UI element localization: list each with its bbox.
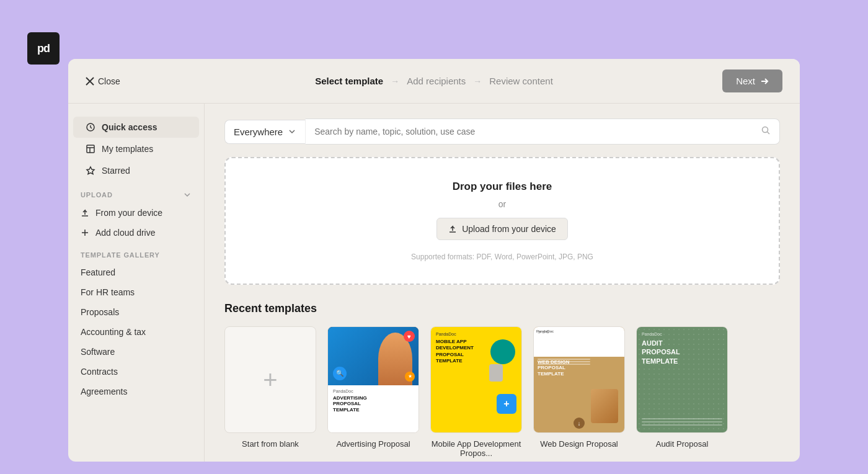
step-recipients: Add recipients	[407, 76, 466, 86]
gallery-agreements-label: Agreements	[81, 387, 127, 396]
my-templates-label: My templates	[102, 144, 153, 154]
web-text-lines	[538, 359, 590, 366]
starred-label: Starred	[102, 166, 130, 176]
add-cloud-label: Add cloud drive	[95, 228, 156, 238]
web-line-1	[538, 359, 590, 360]
sidebar-gallery-featured[interactable]: Featured	[68, 262, 204, 282]
audit-logo: PandaDoc	[642, 332, 722, 336]
gallery-accounting-label: Accounting & tax	[81, 327, 146, 337]
logo-text: pd	[37, 42, 50, 55]
gallery-contracts-label: Contracts	[81, 367, 118, 377]
mob-rect-gray	[489, 364, 503, 382]
sidebar-gallery-hr[interactable]: For HR teams	[68, 282, 204, 302]
template-card-advertising[interactable]: 🔍 ♥ ★ PandaDoc ADVERTISINGPROPOSALTEMPLA…	[327, 326, 419, 458]
location-dropdown[interactable]: Everywhere	[224, 120, 305, 144]
next-arrow-icon	[760, 77, 769, 86]
mob-rect-blue: +	[497, 394, 516, 414]
audit-card: PandaDoc AUDITPROPOSALTEMPLATE	[637, 327, 727, 432]
audit-line-1	[642, 418, 722, 419]
mob-circle	[490, 339, 515, 364]
sidebar-from-device[interactable]: From your device	[68, 203, 204, 223]
sidebar-gallery-software[interactable]: Software	[68, 342, 204, 362]
app-logo: pd	[27, 32, 60, 65]
close-label: Close	[98, 76, 120, 86]
templates-grid: + Start from blank 🔍 ♥ ★	[224, 326, 780, 458]
next-label: Next	[736, 76, 755, 86]
upload-icon	[81, 208, 89, 217]
mob-logo: PandaDoc	[436, 332, 516, 336]
sidebar-gallery-accounting[interactable]: Accounting & tax	[68, 322, 204, 342]
drop-zone-title: Drop your files here	[238, 181, 766, 193]
quick-access-label: Quick access	[102, 122, 157, 132]
web-top-bar: PandaDoc	[534, 327, 624, 357]
sidebar-gallery-proposals[interactable]: Proposals	[68, 302, 204, 322]
arrow-1: →	[391, 76, 399, 86]
sidebar-item-starred[interactable]: Starred	[73, 160, 199, 181]
next-button[interactable]: Next	[722, 69, 782, 92]
search-input[interactable]	[314, 127, 761, 136]
step-select: Select template	[315, 76, 383, 86]
web-line-2	[538, 361, 590, 362]
upload-button[interactable]: Upload from your device	[436, 218, 568, 240]
template-thumb-advertising: 🔍 ♥ ★ PandaDoc ADVERTISINGPROPOSALTEMPLA…	[327, 326, 419, 433]
svg-marker-7	[87, 167, 94, 174]
close-button[interactable]: Close	[86, 76, 120, 86]
sidebar-gallery-contracts[interactable]: Contracts	[68, 362, 204, 382]
upload-btn-label: Upload from your device	[462, 224, 556, 234]
sidebar-item-quick-access[interactable]: Quick access	[73, 117, 199, 138]
adv-logo: PandaDoc	[333, 389, 414, 393]
audit-line-3	[642, 424, 722, 426]
search-button[interactable]	[761, 125, 771, 138]
plus-icon-blank: +	[263, 366, 277, 394]
search-icon	[761, 125, 771, 135]
template-label-blank: Start from blank	[242, 439, 299, 449]
gallery-software-label: Software	[81, 347, 115, 357]
drop-zone[interactable]: Drop your files here or Upload from your…	[224, 157, 780, 285]
adv-card: 🔍 ♥ ★ PandaDoc ADVERTISINGPROPOSALTEMPLA…	[328, 327, 418, 432]
svg-point-11	[763, 127, 768, 133]
adv-star-icon: ★	[405, 372, 415, 382]
template-thumb-audit: PandaDoc AUDITPROPOSALTEMPLATE	[636, 326, 728, 433]
arrow-2: →	[473, 76, 482, 86]
template-card-mobile[interactable]: PandaDoc Mobile AppDevelopmentProposalTe…	[430, 326, 522, 458]
sidebar-add-cloud[interactable]: Add cloud drive	[68, 223, 204, 243]
adv-bottom: PandaDoc ADVERTISINGPROPOSALTEMPLATE	[328, 385, 418, 417]
template-card-audit[interactable]: PandaDoc AUDITPROPOSALTEMPLATE Audit Pro…	[636, 326, 728, 458]
template-card-webdesign[interactable]: PandaDoc WEB DESIGNPROPOSALTEMPLATE	[533, 326, 625, 458]
audit-line-2	[642, 421, 722, 423]
template-thumb-blank: +	[224, 326, 316, 433]
adv-heart-icon: ♥	[404, 331, 415, 342]
steps-nav: Select template → Add recipients → Revie…	[315, 76, 553, 86]
mob-card: PandaDoc Mobile AppDevelopmentProposalTe…	[431, 327, 521, 432]
template-label-advertising: Advertising Proposal	[336, 439, 410, 449]
chevron-down-icon	[183, 190, 192, 199]
gallery-section-label: TEMPLATE GALLERY	[68, 243, 204, 262]
main-panel: Close Select template → Add recipients →…	[68, 59, 800, 462]
search-input-wrap	[305, 118, 780, 145]
sidebar-item-my-templates[interactable]: My templates	[73, 138, 199, 159]
star-icon	[86, 166, 95, 176]
adv-title: ADVERTISINGPROPOSALTEMPLATE	[333, 395, 414, 413]
upload-section-label: UPLOAD	[68, 182, 204, 203]
web-logo: PandaDoc	[536, 329, 554, 333]
sidebar-gallery-agreements[interactable]: Agreements	[68, 382, 204, 401]
plus-icon	[81, 228, 89, 237]
from-device-label: From your device	[95, 208, 162, 218]
audit-title: AUDITPROPOSALTEMPLATE	[642, 339, 722, 365]
body: Quick access My templates Starred	[68, 104, 800, 462]
sidebar: Quick access My templates Starred	[68, 104, 205, 462]
upload-btn-icon	[448, 225, 457, 233]
template-label-audit: Audit Proposal	[656, 439, 709, 449]
drop-zone-formats: Supported formats: PDF, Word, PowerPoint…	[238, 253, 766, 261]
template-card-blank[interactable]: + Start from blank	[224, 326, 316, 458]
dropdown-chevron-icon	[288, 127, 296, 136]
step-review: Review content	[489, 76, 553, 86]
template-label-mobile: Mobile App Development Propos...	[430, 439, 522, 458]
svg-line-12	[768, 132, 770, 135]
audit-lines	[642, 418, 722, 427]
header: Close Select template → Add recipients →…	[68, 59, 800, 104]
svg-rect-4	[87, 145, 94, 153]
template-label-webdesign: Web Design Proposal	[540, 439, 618, 449]
web-img-area	[591, 389, 618, 423]
drop-zone-or: or	[238, 199, 766, 209]
